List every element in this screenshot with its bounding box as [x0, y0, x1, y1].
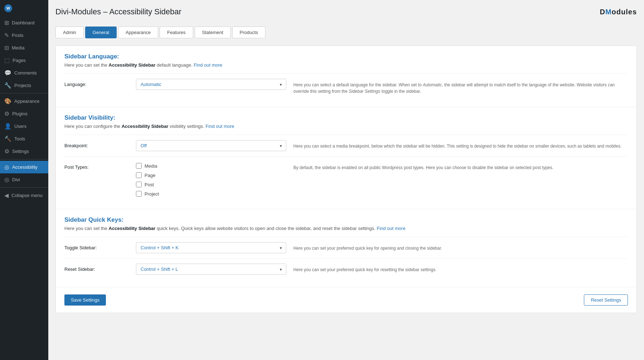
wp-logo-icon: W [4, 4, 12, 12]
language-section: Sidebar Language: Here you can set the A… [56, 46, 636, 107]
sidebar-item-projects[interactable]: 🔧 Projects [0, 79, 48, 92]
tools-icon: 🔨 [4, 135, 11, 142]
tab-statement[interactable]: Statement [195, 27, 231, 38]
language-field-row: Language: Automatic Here you can select … [64, 73, 628, 100]
save-settings-button[interactable]: Save Settings [64, 294, 106, 306]
sidebar-item-pages[interactable]: ⬚ Pages [0, 54, 48, 67]
tab-appearance[interactable]: Appearance [118, 27, 158, 38]
sidebar-divider-3 [0, 187, 48, 188]
post-type-post-label[interactable]: Post [145, 182, 154, 187]
media-icon: ⊟ [4, 44, 9, 51]
breakpoint-field-help: Here you can select a media breakpoint, … [293, 140, 628, 149]
post-type-project-label[interactable]: Project [145, 191, 159, 197]
toggle-sidebar-select[interactable]: Control + Shift + K [136, 242, 286, 253]
post-type-page-label[interactable]: Page [145, 173, 155, 178]
sidebar-item-users[interactable]: 👤 Users [0, 120, 48, 133]
language-desc-suffix: default language. [157, 62, 192, 68]
main-content: Divi-Modules – Accessibility Sidebar DMo… [48, 0, 644, 360]
visibility-find-out-more[interactable]: Find out more [206, 124, 234, 129]
page-header: Divi-Modules – Accessibility Sidebar DMo… [55, 7, 637, 21]
quick-keys-desc-suffix: quick keys. Quick keys allow website vis… [157, 226, 375, 231]
breakpoint-field-label: Breakpoint: [64, 140, 136, 148]
collapse-icon: ◀ [4, 192, 9, 199]
visibility-desc-prefix: Here you can configure the [64, 124, 120, 129]
language-section-desc: Here you can set the Accessibility Sideb… [64, 62, 628, 68]
settings-icon: ⚙ [4, 148, 9, 155]
post-type-media-label[interactable]: Media [145, 163, 157, 169]
sidebar-item-plugins[interactable]: ⚙ Plugins [0, 107, 48, 120]
tab-admin[interactable]: Admin [55, 27, 84, 38]
language-find-out-more[interactable]: Find out more [194, 62, 222, 68]
post-type-page: Page [136, 172, 286, 178]
divi-icon: ◎ [4, 176, 9, 183]
language-field-help: Here you can select a default language f… [293, 79, 628, 95]
post-type-page-checkbox[interactable] [136, 172, 142, 178]
reset-sidebar-field-help: Here you can set your preferred quick ke… [293, 264, 628, 273]
post-type-media: Media [136, 163, 286, 169]
sidebar-item-collapse[interactable]: ◀ Collapse menu [0, 189, 48, 202]
sidebar-item-posts[interactable]: ✎ Posts [0, 29, 48, 42]
sidebar-item-media[interactable]: ⊟ Media [0, 42, 48, 54]
visibility-section-desc: Here you can configure the Accessibility… [64, 124, 628, 129]
language-desc-prefix: Here you can set the [64, 62, 107, 68]
quick-keys-desc-plugin: Accessibility Sidebar [109, 226, 156, 231]
reset-sidebar-field-row: Reset Sidebar: Control + Shift + L Here … [64, 258, 628, 280]
post-type-project-checkbox[interactable] [136, 191, 142, 197]
actions-bar: Save Settings Reset Settings [56, 287, 636, 313]
post-type-project: Project [136, 191, 286, 197]
post-type-post-checkbox[interactable] [136, 182, 142, 187]
pages-icon: ⬚ [4, 57, 10, 64]
visibility-section-title: Sidebar Visibility: [64, 114, 628, 121]
language-field-control: Automatic [136, 79, 286, 90]
reset-settings-button[interactable]: Reset Settings [584, 294, 628, 306]
sidebar-item-divi[interactable]: ◎ Divi [0, 173, 48, 186]
reset-sidebar-select[interactable]: Control + Shift + L [136, 264, 286, 275]
accessibility-icon: ◎ [4, 164, 9, 171]
appearance-icon: 🎨 [4, 98, 11, 105]
sidebar-item-accessibility[interactable]: ◎ Accessibility [0, 161, 48, 173]
language-section-title: Sidebar Language: [64, 53, 628, 60]
sidebar-item-dashboard[interactable]: ⊞ Dashboard [0, 16, 48, 29]
dashboard-icon: ⊞ [4, 19, 9, 26]
dm-logo-highlight: M [605, 8, 612, 16]
posts-icon: ✎ [4, 32, 9, 39]
post-types-field-help: By default, the sidebar is enabled on al… [293, 162, 628, 171]
sidebar-item-settings[interactable]: ⚙ Settings [0, 145, 48, 158]
sidebar-divider-2 [0, 159, 48, 159]
content-area: Divi-Modules – Accessibility Sidebar DMo… [48, 0, 644, 360]
tab-features[interactable]: Features [160, 27, 193, 38]
quick-keys-find-out-more[interactable]: Find out more [377, 226, 405, 231]
breakpoint-select[interactable]: Off [136, 140, 286, 151]
sidebar-item-appearance[interactable]: 🎨 Appearance [0, 95, 48, 107]
sidebar-item-comments[interactable]: 💬 Comments [0, 67, 48, 79]
breakpoint-field-row: Breakpoint: Off Here you can select a me… [64, 135, 628, 156]
toggle-sidebar-field-control: Control + Shift + K [136, 242, 286, 253]
post-types-field-control: Media Page Post [136, 162, 286, 197]
settings-content: Sidebar Language: Here you can set the A… [55, 45, 637, 313]
page-title: Divi-Modules – Accessibility Sidebar [55, 7, 181, 16]
users-icon: 👤 [4, 123, 11, 130]
reset-sidebar-field-label: Reset Sidebar: [64, 264, 136, 272]
visibility-desc-suffix: visibility settings. [170, 124, 204, 129]
projects-icon: 🔧 [4, 82, 11, 89]
reset-sidebar-field-control: Control + Shift + L [136, 264, 286, 275]
breakpoint-select-wrapper[interactable]: Off [136, 140, 286, 151]
quick-keys-section-title: Sidebar Quick Keys: [64, 216, 628, 224]
post-type-media-checkbox[interactable] [136, 163, 142, 169]
language-desc-plugin: Accessibility Sidebar [109, 62, 156, 68]
post-type-post: Post [136, 182, 286, 187]
breakpoint-field-control: Off [136, 140, 286, 151]
reset-sidebar-select-wrapper[interactable]: Control + Shift + L [136, 264, 286, 275]
toggle-sidebar-select-wrapper[interactable]: Control + Shift + K [136, 242, 286, 253]
comments-icon: 💬 [4, 69, 11, 76]
quick-keys-section: Sidebar Quick Keys: Here you can set the… [56, 209, 636, 287]
tab-general[interactable]: General [85, 27, 117, 38]
sidebar-logo: W [0, 0, 48, 16]
language-select-wrapper[interactable]: Automatic [136, 79, 286, 90]
tab-products[interactable]: Products [232, 27, 265, 38]
language-select[interactable]: Automatic [136, 79, 286, 90]
language-field-label: Language: [64, 79, 136, 87]
toggle-sidebar-field-help: Here you can set your preferred quick ke… [293, 242, 628, 251]
sidebar-item-tools[interactable]: 🔨 Tools [0, 133, 48, 145]
toggle-sidebar-field-label: Toggle Sidebar: [64, 242, 136, 250]
